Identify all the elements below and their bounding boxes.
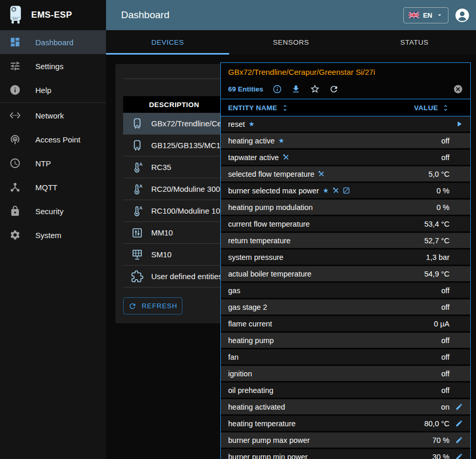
value-column-header: VALUE <box>414 104 438 112</box>
sidebar-item[interactable]: Settings <box>0 54 106 78</box>
entity-row[interactable]: heating temperature 80,0 °C <box>221 416 470 431</box>
entity-row[interactable]: heating active ★ off <box>221 133 470 148</box>
entity-name: tapwater active <box>228 153 279 162</box>
entity-row[interactable]: heating pump modulation 0 % <box>221 200 470 215</box>
sidebar-item[interactable]: System <box>0 223 106 247</box>
sidebar-item-icon <box>9 84 21 96</box>
sidebar-item[interactable]: NTP <box>0 151 106 175</box>
entity-row[interactable]: return temperature 52,7 °C <box>221 233 470 248</box>
run-command-icon[interactable] <box>455 120 464 128</box>
entity-value: 70 % <box>432 436 449 444</box>
page-title: Dashboard <box>121 9 169 21</box>
sidebar-item[interactable]: MQTT <box>0 175 106 199</box>
entity-row[interactable]: heating pump off <box>221 333 470 348</box>
entity-value: 30 % <box>432 453 449 459</box>
edit-icon[interactable] <box>455 436 463 444</box>
entity-name: heating active <box>228 137 274 145</box>
entity-name: heating pump modulation <box>228 203 313 212</box>
device-description: RC35 <box>151 163 171 172</box>
language-selector[interactable]: EN <box>403 7 448 23</box>
sidebar-item-icon <box>9 181 21 193</box>
sidebar-item[interactable]: Dashboard <box>0 30 106 54</box>
entity-panel-toolbar: 69 Entities <box>228 82 463 96</box>
sidebar-item-label: Dashboard <box>35 38 73 47</box>
entity-value: off <box>441 137 449 145</box>
entity-name: oil preheating <box>228 386 273 395</box>
close-icon[interactable] <box>453 84 463 94</box>
sidebar-item[interactable]: Network <box>0 103 106 127</box>
app-title: EMS-ESP <box>31 10 72 20</box>
entity-name: flame current <box>228 320 272 328</box>
entity-value: 52,7 °C <box>424 237 449 245</box>
tab-sensors[interactable]: SENSORS <box>229 30 352 55</box>
entity-name: return temperature <box>228 237 290 245</box>
entity-table-body: reset ★ heating active ★ <box>221 116 470 459</box>
sort-by-name[interactable]: ENTITY NAME <box>228 104 289 112</box>
entity-row[interactable]: gas off <box>221 283 470 298</box>
sidebar-nav-secondary: Network Access Point NTP MQTT Security S… <box>0 103 106 247</box>
tab-bar: DEVICES SENSORS STATUS <box>106 30 476 55</box>
device-type-icon <box>123 117 151 130</box>
edit-icon[interactable] <box>455 419 463 427</box>
entity-row[interactable]: system pressure 1,3 bar <box>221 250 470 265</box>
entity-value: 53,4 °C <box>424 220 449 228</box>
edit-icon[interactable] <box>455 453 463 459</box>
account-avatar-icon[interactable] <box>455 8 470 23</box>
entity-row[interactable]: current flow temperature 53,4 °C <box>221 216 470 231</box>
sidebar-item[interactable]: Access Point <box>0 127 106 151</box>
entity-name: gas <box>228 286 240 295</box>
description-column-header[interactable]: DESCRIPTION <box>123 101 225 109</box>
sidebar-item-icon <box>9 109 21 122</box>
refresh-label: REFRESH <box>142 302 177 310</box>
entity-row[interactable]: selected flow temperature 5,0 °C <box>221 166 470 181</box>
tab-status[interactable]: STATUS <box>353 30 476 55</box>
entity-row[interactable]: burner pump min power 30 % <box>221 449 470 459</box>
entity-row[interactable]: gas stage 2 off <box>221 299 470 314</box>
sidebar-item[interactable]: Help <box>0 78 106 102</box>
entity-name: selected flow temperature <box>228 170 314 178</box>
entity-value: on <box>441 403 449 411</box>
refresh-button[interactable]: REFRESH <box>123 297 182 314</box>
entity-name: current flow temperature <box>228 220 310 228</box>
sidebar-item-icon <box>9 205 21 217</box>
app-bar-actions: EN <box>403 7 476 23</box>
edit-icon[interactable] <box>455 403 463 411</box>
download-icon[interactable] <box>291 84 301 94</box>
sort-by-value[interactable]: VALUE <box>414 104 449 112</box>
entities-count: 69 Entities <box>228 85 263 93</box>
sidebar-item-label: Network <box>35 111 64 120</box>
info-icon[interactable] <box>272 84 282 94</box>
entity-row[interactable]: actual boiler temperature 54,9 °C <box>221 266 470 281</box>
sidebar-item-label: Security <box>35 207 63 216</box>
entity-value: 54,9 °C <box>424 270 449 278</box>
entity-row[interactable]: reset ★ <box>221 116 470 132</box>
entity-row[interactable]: burner selected max power ★ 0 % <box>221 183 470 198</box>
entity-row[interactable]: oil preheating off <box>221 383 470 398</box>
device-type-icon <box>123 227 151 239</box>
entity-value: off <box>441 370 449 378</box>
entity-table-header: ENTITY NAME VALUE <box>221 99 470 116</box>
entity-panel: GBx72/Trendline/Cerapur/Greenstar Si/27i… <box>220 62 471 459</box>
entity-row[interactable]: burner pump max power 70 % <box>221 432 470 448</box>
favorites-filter-icon[interactable] <box>310 84 320 94</box>
entity-row[interactable]: heating activated on <box>221 399 470 414</box>
entity-row[interactable]: ignition off <box>221 366 470 381</box>
favorite-star-icon: ★ <box>323 187 329 194</box>
app-bar: Dashboard EN <box>106 0 476 30</box>
refresh-entities-icon[interactable] <box>329 84 339 94</box>
entity-row[interactable]: fan off <box>221 349 470 364</box>
entity-value: off <box>441 303 449 311</box>
entity-name: burner pump min power <box>228 453 308 459</box>
sidebar-nav-primary: Dashboard Settings Help <box>0 30 106 102</box>
sidebar-item-label: MQTT <box>35 183 58 192</box>
entity-row[interactable]: flame current 0 µA <box>221 316 470 331</box>
sidebar-item-label: Settings <box>35 62 63 71</box>
boiler-logo-icon <box>7 4 24 26</box>
sidebar-item[interactable]: Security <box>0 199 106 223</box>
sidebar-item-label: NTP <box>35 159 51 168</box>
entity-row[interactable]: tapwater active off <box>221 150 470 165</box>
language-label: EN <box>423 11 432 19</box>
uk-flag-icon <box>408 12 419 18</box>
tab-devices[interactable]: DEVICES <box>106 30 229 55</box>
device-description: RC100/Moduline 1000 <box>151 206 229 215</box>
